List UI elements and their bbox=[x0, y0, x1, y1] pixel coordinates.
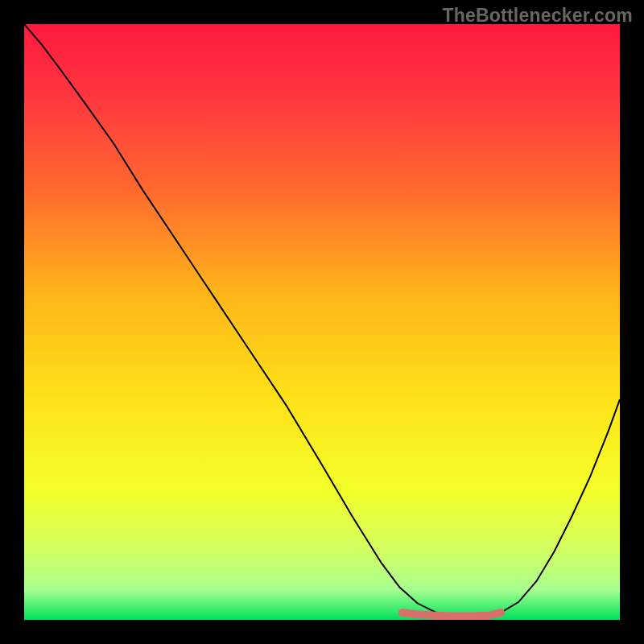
series-optimal-highlight bbox=[402, 613, 501, 616]
chart-frame bbox=[24, 24, 620, 620]
chart-gradient-background bbox=[24, 24, 620, 620]
source-attribution: TheBottlenecker.com bbox=[443, 5, 633, 27]
chart-svg bbox=[24, 24, 620, 620]
